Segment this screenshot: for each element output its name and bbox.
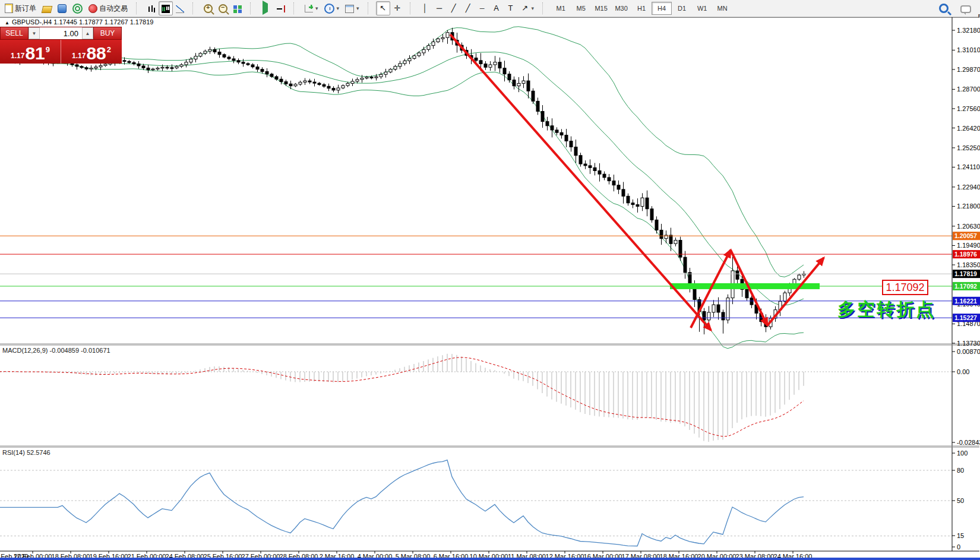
timeframe-group: M1M5M15M30H1H4D1W1MN <box>549 1 734 15</box>
vertical-line-tool[interactable]: │ <box>418 1 432 15</box>
channel-tool[interactable]: ╱E <box>461 1 475 15</box>
shapes-tool[interactable]: ↗▾ <box>518 1 538 15</box>
bid-price-panel[interactable]: 1.17 81 9 <box>0 40 61 64</box>
autotrade-label: 自动交易 <box>99 4 128 14</box>
cursor-tool-button[interactable]: ↖ <box>376 1 390 15</box>
line-chart-icon <box>176 5 184 13</box>
bid-price-big: 81 <box>25 46 45 61</box>
chart-ohlc-header: ▲GBPUSD-,H4 1.17445 1.17877 1.17267 1.17… <box>5 18 153 26</box>
timeframe-mn[interactable]: MN <box>712 2 732 15</box>
svg-text:1.15227: 1.15227 <box>954 314 977 321</box>
toolbar-separator <box>293 2 298 14</box>
price-tick: 1.28700 <box>957 86 980 93</box>
search-button[interactable] <box>936 1 951 15</box>
svg-text:0.008707: 0.008707 <box>957 348 980 355</box>
crosshair-tool-button[interactable]: ✛ <box>390 1 404 15</box>
label-icon: T <box>507 4 515 13</box>
cursor-icon: ↖ <box>379 4 387 13</box>
autotrade-button[interactable]: 自动交易 <box>86 1 131 15</box>
timeframe-d1[interactable]: D1 <box>672 2 692 15</box>
horizontal-line-icon: ─ <box>435 4 444 13</box>
candlestick-icon <box>162 5 170 13</box>
zoom-out-icon <box>219 4 227 13</box>
ask-price-panel[interactable]: 1.17 88 2 <box>61 40 122 64</box>
templates-button[interactable]: ▾ <box>342 1 362 15</box>
market-watch-button[interactable] <box>39 1 55 15</box>
bar-chart-button[interactable] <box>144 1 159 15</box>
timeframe-h1[interactable]: H1 <box>631 2 652 15</box>
price-tick: 1.32180 <box>957 27 980 34</box>
macd-signal-line <box>0 357 804 436</box>
chevron-down-icon: ▾ <box>532 5 535 11</box>
price-callout-box[interactable]: 1.17092 <box>882 280 928 295</box>
bid-price-pip: 9 <box>46 45 50 54</box>
price-tick: 1.21800 <box>957 203 980 210</box>
auto-scroll-icon <box>263 1 268 15</box>
rsi-label: RSI(14) 52.5746 <box>2 449 50 456</box>
crosshair-icon: ✛ <box>393 4 402 13</box>
clock-icon <box>324 4 334 14</box>
timeframe-w1[interactable]: W1 <box>692 2 712 15</box>
signal-icon <box>72 4 83 14</box>
volume-input[interactable] <box>40 27 82 39</box>
timeframe-h4[interactable]: H4 <box>652 2 672 15</box>
zoom-out-button[interactable] <box>216 1 230 15</box>
price-tick: 1.13730 <box>957 340 980 347</box>
one-click-trading-panel: SELL ▼ ▲ BUY 1.17 81 9 1.17 88 2 <box>0 27 122 64</box>
ask-price-pip: 2 <box>107 45 111 54</box>
line-chart-button[interactable] <box>173 1 187 15</box>
chart-shift-button[interactable] <box>274 1 288 15</box>
chat-icon <box>960 5 971 13</box>
candlestick-chart-button[interactable] <box>159 1 173 15</box>
trend-arrow-1[interactable] <box>450 34 711 330</box>
volume-increase-button[interactable]: ▲ <box>82 27 93 39</box>
drawn-annotations[interactable] <box>450 34 824 330</box>
toolbar-separator <box>192 2 197 14</box>
indicators-button[interactable]: ▾ <box>302 1 321 15</box>
chat-button[interactable] <box>957 1 974 15</box>
zoom-in-button[interactable] <box>201 1 216 15</box>
fibonacci-tool[interactable]: ─F <box>475 1 489 15</box>
timeframe-m30[interactable]: M30 <box>611 2 631 15</box>
pivot-annotation-text[interactable]: 多空转折点 <box>837 298 935 322</box>
horizontal-line-tool[interactable]: ─ <box>432 1 447 15</box>
timeframe-m1[interactable]: M1 <box>551 2 571 15</box>
svg-text:80: 80 <box>957 467 964 474</box>
timeframe-m5[interactable]: M5 <box>571 2 591 15</box>
new-order-button[interactable]: 新订单 <box>2 1 39 15</box>
trend-arrow-4[interactable] <box>767 258 824 325</box>
channel-icon: ╱ <box>464 4 472 13</box>
price-tick: 1.24110 <box>957 163 980 170</box>
tile-windows-button[interactable] <box>230 1 245 15</box>
svg-text:50: 50 <box>957 497 964 504</box>
symbol-ohlc-text: GBPUSD-,H4 1.17445 1.17877 1.17267 1.178… <box>12 18 154 26</box>
indicators-icon <box>305 5 313 13</box>
svg-text:1.17092: 1.17092 <box>954 283 977 290</box>
label-tool[interactable]: T <box>504 1 518 15</box>
toolbar-separator <box>410 2 415 14</box>
volume-decrease-button[interactable]: ▼ <box>29 27 40 39</box>
price-tick: 1.22940 <box>957 183 980 191</box>
window-bottom-edge <box>0 558 980 560</box>
text-tool[interactable]: A <box>489 1 504 15</box>
buy-button[interactable]: BUY <box>93 27 122 40</box>
accounts-button[interactable] <box>55 1 69 15</box>
macd-label: MACD(12,26,9) -0.004859 -0.010671 <box>2 347 110 354</box>
chart-shift-icon <box>277 5 285 12</box>
chart-canvas[interactable]: 0.0087070.00-0.02843610080501501.321801.… <box>0 0 980 560</box>
signals-button[interactable] <box>69 1 86 15</box>
shapes-icon: ↗ <box>521 4 529 13</box>
periods-button[interactable]: ▾ <box>321 1 343 15</box>
sell-button[interactable]: SELL <box>0 27 29 40</box>
trendline-tool[interactable]: ╱ <box>447 1 461 15</box>
svg-text:-0.028436: -0.028436 <box>957 439 980 446</box>
timeframe-m15[interactable]: M15 <box>591 2 611 15</box>
new-order-icon <box>5 4 13 13</box>
svg-text:100: 100 <box>957 450 968 457</box>
svg-text:1.17819: 1.17819 <box>954 270 977 277</box>
auto-scroll-button[interactable] <box>258 1 274 15</box>
svg-text:15: 15 <box>957 532 964 539</box>
search-icon <box>939 4 949 13</box>
fibonacci-icon: ─ <box>478 4 486 13</box>
svg-text:1.20057: 1.20057 <box>954 232 977 239</box>
